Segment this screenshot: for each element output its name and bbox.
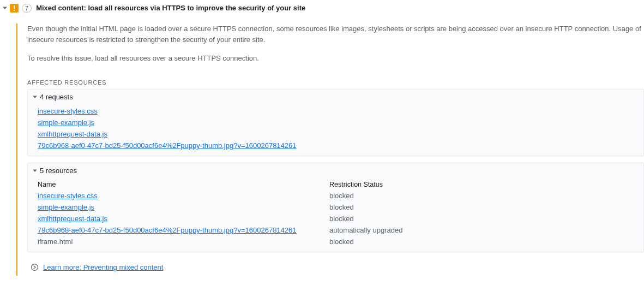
issue-count-badge: 7 <box>22 4 32 13</box>
table-row: xmlhttprequest-data.js blocked <box>38 213 643 224</box>
issue-description-1: Even though the initial HTML page is loa… <box>27 23 643 45</box>
requests-group: 4 requests insecure-styles.css simple-ex… <box>27 89 644 156</box>
resource-link[interactable]: simple-example.js <box>38 203 94 211</box>
table-row: simple-example.js blocked <box>38 201 643 213</box>
warning-icon <box>10 4 19 13</box>
resources-group-header[interactable]: 5 resources <box>28 163 643 178</box>
chevron-down-icon <box>32 94 38 100</box>
request-link[interactable]: 79c6b968-aef0-47c7-bd25-f50d00acf6e4%2Fp… <box>38 141 297 150</box>
resource-status: automatically upgraded <box>329 224 643 236</box>
column-header-name: Name <box>38 179 329 190</box>
issue-title: Mixed content: load all resources via HT… <box>36 4 305 12</box>
table-header-row: Name Restriction Status <box>38 179 643 190</box>
table-row: insecure-styles.css blocked <box>38 190 643 201</box>
arrow-circle-right-icon <box>31 263 39 271</box>
resources-count-label: 5 resources <box>40 167 77 175</box>
issue-body: Even though the initial HTML page is loa… <box>16 23 644 276</box>
resource-status: blocked <box>329 236 643 247</box>
resources-group: 5 resources Name Restriction Status inse… <box>27 163 644 252</box>
learn-more-link[interactable]: Learn more: Preventing mixed content <box>43 263 163 271</box>
requests-list: insecure-styles.css simple-example.js xm… <box>28 104 643 156</box>
chevron-down-icon <box>32 168 38 174</box>
column-header-status: Restriction Status <box>329 179 643 190</box>
table-row: iframe.html blocked <box>38 236 643 247</box>
resource-link[interactable]: 79c6b968-aef0-47c7-bd25-f50d00acf6e4%2Fp… <box>38 226 297 234</box>
affected-resources-label: AFFECTED RESOURCES <box>27 79 644 86</box>
chevron-down-icon[interactable] <box>2 5 8 11</box>
resource-link[interactable]: insecure-styles.css <box>38 192 98 200</box>
resource-link[interactable]: xmlhttprequest-data.js <box>38 215 107 223</box>
resources-table: Name Restriction Status insecure-styles.… <box>28 178 643 252</box>
request-link[interactable]: insecure-styles.css <box>38 107 98 115</box>
learn-more-row[interactable]: Learn more: Preventing mixed content <box>31 263 644 271</box>
requests-group-header[interactable]: 4 requests <box>28 90 643 104</box>
issue-header-row[interactable]: 7 Mixed content: load all resources via … <box>0 0 644 16</box>
resource-name: iframe.html <box>38 236 329 247</box>
resource-status: blocked <box>329 201 643 213</box>
issue-description-2: To resolve this issue, load all resource… <box>27 53 643 64</box>
request-link[interactable]: xmlhttprequest-data.js <box>38 130 107 138</box>
resource-status: blocked <box>329 190 643 201</box>
table-row: 79c6b968-aef0-47c7-bd25-f50d00acf6e4%2Fp… <box>38 224 643 236</box>
request-link[interactable]: simple-example.js <box>38 118 94 127</box>
resource-status: blocked <box>329 213 643 224</box>
requests-count-label: 4 requests <box>40 93 73 101</box>
svg-point-0 <box>32 264 38 271</box>
